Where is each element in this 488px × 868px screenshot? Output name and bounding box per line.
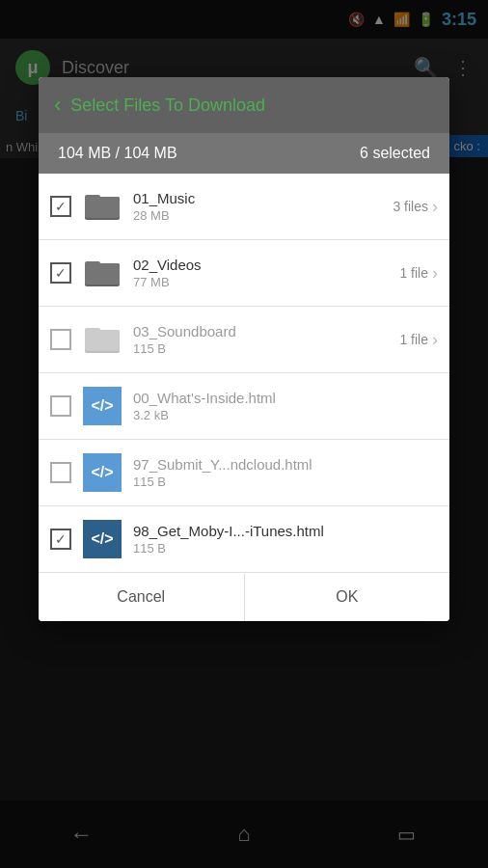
file-name-97-submit: 97_Submit_Y...ndcloud.html: [133, 456, 438, 473]
checkbox-03-soundboard[interactable]: [50, 329, 71, 350]
cancel-button[interactable]: Cancel: [39, 573, 245, 621]
file-name-98-get-moby: 98_Get_Moby-I...-iTunes.html: [133, 523, 438, 539]
file-info-00-whats-inside: 00_What's-Inside.html 3.2 kB: [133, 390, 438, 422]
file-meta-01-music: 3 files ›: [393, 197, 438, 217]
checkbox-98-get-moby[interactable]: ✓: [50, 529, 71, 550]
folder-icon-01-music: [83, 187, 122, 226]
file-size-98-get-moby: 115 B: [133, 541, 438, 556]
summary-selected: 6 selected: [360, 145, 430, 162]
file-item-02-videos[interactable]: ✓ 02_Videos 77 MB 1 file ›: [39, 240, 449, 307]
file-size-00-whats-inside: 3.2 kB: [133, 408, 438, 422]
svg-rect-8: [85, 330, 120, 351]
file-select-dialog: ‹ Select Files To Download 104 MB / 104 …: [39, 77, 449, 621]
file-size-02-videos: 77 MB: [133, 275, 388, 289]
file-size-97-submit: 115 B: [133, 475, 438, 489]
checkbox-97-submit[interactable]: [50, 462, 71, 483]
file-name-03-soundboard: 03_Soundboard: [133, 323, 388, 339]
file-name-02-videos: 02_Videos: [133, 257, 388, 273]
svg-rect-2: [85, 197, 120, 218]
file-size-03-soundboard: 115 B: [133, 341, 388, 356]
back-button[interactable]: ‹: [54, 93, 61, 118]
file-item-00-whats-inside[interactable]: </> 00_What's-Inside.html 3.2 kB: [39, 373, 449, 440]
svg-rect-5: [85, 263, 120, 285]
file-info-03-soundboard: 03_Soundboard 115 B: [133, 323, 388, 356]
file-item-98-get-moby[interactable]: ✓ </> 98_Get_Moby-I...-iTunes.html 115 B: [39, 506, 449, 572]
file-count-02-videos: 1 file: [399, 265, 428, 281]
dialog-title: Select Files To Download: [70, 95, 265, 116]
code-icon-97-submit: </>: [83, 453, 122, 492]
file-count-03-soundboard: 1 file: [399, 332, 428, 347]
file-name-01-music: 01_Music: [133, 190, 381, 206]
file-info-97-submit: 97_Submit_Y...ndcloud.html 115 B: [133, 456, 438, 489]
dialog-footer: Cancel OK: [39, 572, 449, 621]
file-info-01-music: 01_Music 28 MB: [133, 190, 381, 223]
chevron-03-soundboard[interactable]: ›: [432, 330, 438, 350]
checkbox-02-videos[interactable]: ✓: [50, 262, 71, 284]
summary-size: 104 MB / 104 MB: [58, 145, 177, 162]
dialog-header: ‹ Select Files To Download: [39, 77, 449, 133]
chevron-02-videos[interactable]: ›: [432, 263, 438, 284]
code-icon-00-whats-inside: </>: [83, 387, 122, 425]
file-info-02-videos: 02_Videos 77 MB: [133, 257, 388, 289]
folder-icon-02-videos: [83, 254, 122, 292]
ok-button[interactable]: OK: [245, 573, 450, 621]
dialog-summary: 104 MB / 104 MB 6 selected: [39, 133, 449, 174]
file-name-00-whats-inside: 00_What's-Inside.html: [133, 390, 438, 406]
file-item-03-soundboard[interactable]: 03_Soundboard 115 B 1 file ›: [39, 307, 449, 373]
file-size-01-music: 28 MB: [133, 208, 381, 223]
chevron-01-music[interactable]: ›: [432, 197, 438, 217]
file-meta-03-soundboard: 1 file ›: [399, 330, 438, 350]
checkbox-01-music[interactable]: ✓: [50, 196, 71, 217]
file-count-01-music: 3 files: [393, 199, 428, 214]
code-icon-98-get-moby: </>: [83, 520, 122, 558]
file-item-01-music[interactable]: ✓ 01_Music 28 MB 3 files ›: [39, 174, 449, 240]
file-list: ✓ 01_Music 28 MB 3 files › ✓ 02_Vi: [39, 174, 449, 572]
folder-icon-03-soundboard: [83, 320, 122, 359]
checkbox-00-whats-inside[interactable]: [50, 395, 71, 417]
file-item-97-submit[interactable]: </> 97_Submit_Y...ndcloud.html 115 B: [39, 440, 449, 506]
file-meta-02-videos: 1 file ›: [399, 263, 438, 284]
file-info-98-get-moby: 98_Get_Moby-I...-iTunes.html 115 B: [133, 523, 438, 556]
